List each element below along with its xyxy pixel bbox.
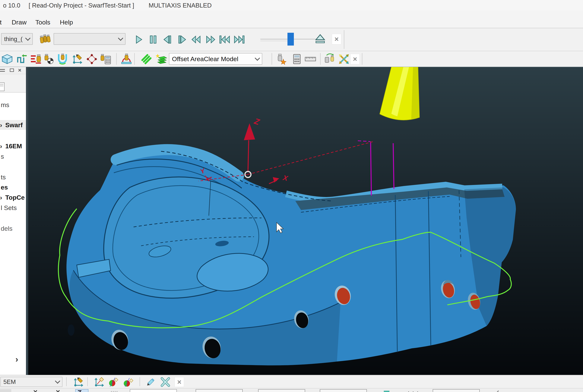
coordinate-input[interactable] <box>130 389 177 392</box>
active-tool-combo-value: 5EM <box>3 378 16 386</box>
tool-change-button[interactable] <box>324 53 336 66</box>
strategy-combo[interactable]: Offset AreaClear Model <box>169 53 262 65</box>
3d-viewport[interactable]: Z X Y <box>28 67 583 375</box>
pause-button[interactable] <box>147 33 159 46</box>
toolpath-button[interactable] <box>15 53 28 66</box>
explorer-toolbar <box>0 74 26 92</box>
pattern-button[interactable] <box>85 53 98 66</box>
tree-item-label: es <box>1 184 8 191</box>
ruler-button[interactable] <box>304 53 317 66</box>
leads-links-button[interactable] <box>120 53 133 66</box>
skip-to-end-button[interactable] <box>233 33 246 46</box>
feed-rates-button[interactable] <box>30 53 42 66</box>
tool-database-button[interactable] <box>99 53 112 66</box>
workplane-edit-button[interactable] <box>71 53 84 66</box>
close-sim-toolbar-button[interactable]: × <box>332 34 341 44</box>
chevron-down-icon <box>255 56 260 61</box>
tool-center-button[interactable] <box>42 53 55 66</box>
tool-combo[interactable] <box>54 33 125 45</box>
workplane-pencil-icon <box>73 376 84 388</box>
coordinate-field[interactable] <box>433 389 480 392</box>
play-button[interactable] <box>132 33 145 46</box>
minimize-icon[interactable] <box>0 69 5 70</box>
coordinate-field[interactable] <box>196 389 243 392</box>
block-button[interactable] <box>1 53 13 66</box>
tree-item-sets[interactable]: l Sets <box>0 203 26 213</box>
toolbar-separator <box>134 53 135 65</box>
close-icon: × <box>177 378 181 386</box>
green-red-sphere-icon <box>123 376 134 388</box>
tree-item-fragment-s[interactable]: s <box>0 152 26 161</box>
tree-item-label: dels <box>1 225 12 232</box>
title-bar: o 10.0 [ Read-Only Project - SwarfTest-S… <box>0 0 583 10</box>
simulation-toolbar: thing_( <box>0 28 583 51</box>
tree-item-models-fragment[interactable]: dels <box>0 224 26 233</box>
offset-areaclear-icon <box>140 53 152 65</box>
hole-edge-notch <box>68 324 74 336</box>
block-icon <box>1 53 13 65</box>
tree-item-fragment-ts[interactable]: ts <box>0 172 26 182</box>
fast-forward-icon <box>205 34 216 45</box>
expander-icon[interactable]: › <box>0 142 2 150</box>
play-icon <box>133 34 144 45</box>
tree-item-topce[interactable]: › TopCe <box>0 192 26 202</box>
axes-diamond-icon <box>93 376 105 388</box>
tree-item-programs-fragment[interactable]: ms <box>0 100 26 110</box>
active-tool-combo[interactable]: 5EM <box>0 377 62 387</box>
calculator-icon <box>291 53 303 65</box>
tool-u-icon <box>56 53 68 65</box>
comb-icon[interactable] <box>406 389 423 392</box>
step-back-button[interactable] <box>161 33 173 46</box>
menu-item-tools[interactable]: Tools <box>35 19 50 26</box>
tool-holder-button[interactable] <box>56 53 69 66</box>
minimize-icon <box>0 71 5 72</box>
project-title: [ Read-Only Project - SwarfTest-Start ] <box>28 2 134 9</box>
tree-item-16em[interactable]: › 16EM <box>0 141 26 151</box>
panel-divider[interactable] <box>26 67 28 375</box>
application-window: { "title_bar": { "app_fragment": "o 10.0… <box>0 0 583 392</box>
swap-axes-button[interactable] <box>338 53 350 66</box>
fast-forward-button[interactable] <box>204 33 217 46</box>
step-forward-button[interactable] <box>176 33 189 46</box>
workplane-edit-button[interactable] <box>72 376 85 388</box>
menu-item-partial[interactable]: rt <box>0 19 2 26</box>
menu-item-help[interactable]: Help <box>60 19 73 26</box>
panel-more-arrow[interactable]: › <box>15 354 18 364</box>
delete-workplane-button[interactable] <box>159 376 172 388</box>
toolpath-combo[interactable]: thing_( <box>1 33 33 45</box>
expander-icon[interactable]: › <box>0 194 2 201</box>
speed-slider-handle[interactable] <box>287 33 294 46</box>
pause-icon <box>148 34 159 45</box>
tools-group-icon[interactable] <box>39 33 51 46</box>
ruler-icon <box>304 53 316 65</box>
close-main-toolbar-button[interactable]: × <box>350 54 360 64</box>
coordinate-field[interactable] <box>320 389 367 392</box>
axis-mode-icon[interactable] <box>54 389 65 392</box>
tree-item-swarf[interactable]: › Swarf <box>0 120 26 130</box>
workplane-transform-button[interactable] <box>93 376 106 388</box>
menu-item-draw[interactable]: Draw <box>12 19 26 26</box>
document-icon[interactable] <box>0 82 4 91</box>
partial-widget[interactable] <box>0 389 11 392</box>
eject-button[interactable] <box>314 33 327 46</box>
area-clearance-button[interactable] <box>140 53 153 66</box>
close-panel-icon[interactable]: × <box>18 67 21 74</box>
calculator-button[interactable] <box>290 53 303 66</box>
tree-item-fragment-es[interactable]: es <box>0 182 26 192</box>
skip-to-start-button[interactable] <box>218 33 231 46</box>
stack-icon <box>155 53 167 65</box>
grid-snap-icon[interactable] <box>109 389 122 392</box>
axis-mode-active-icon[interactable] <box>75 389 88 392</box>
strategy-stack-icon <box>155 53 168 66</box>
orientation-positive-button[interactable] <box>108 376 120 388</box>
toolpath-verify-button[interactable] <box>275 53 287 66</box>
restore-window-icon[interactable] <box>10 68 14 72</box>
close-bottom-toolbar-button[interactable]: × <box>175 377 184 387</box>
orientation-negative-button[interactable] <box>122 376 135 388</box>
coordinate-field[interactable] <box>258 389 305 392</box>
draw-button[interactable] <box>144 376 157 388</box>
expander-icon[interactable]: › <box>0 122 2 129</box>
axis-mode-icon[interactable] <box>32 389 42 392</box>
rewind-button[interactable] <box>190 33 202 46</box>
feed-rates-icon <box>30 53 42 65</box>
